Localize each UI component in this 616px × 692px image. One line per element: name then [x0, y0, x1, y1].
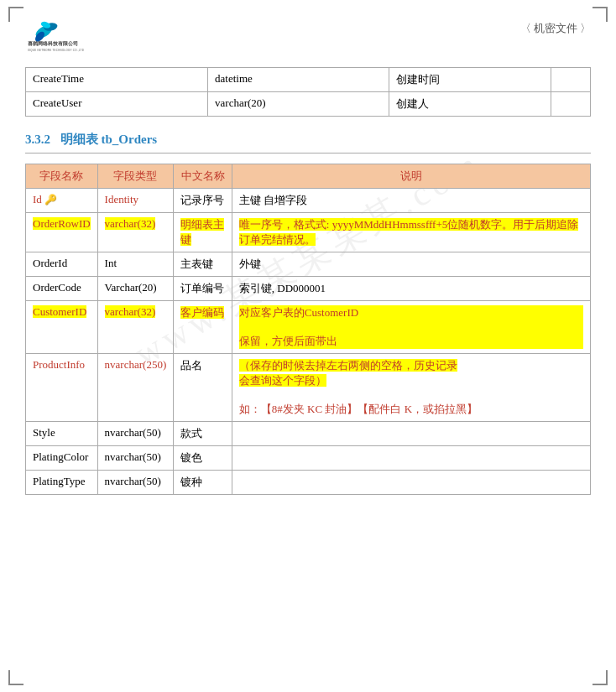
field-name: CreateTime [26, 68, 208, 92]
field-name: PlatingType [26, 471, 98, 495]
field-cn-name: 镀色 [174, 446, 232, 471]
field-cn-name: 记录序号 [174, 189, 232, 213]
field-type: nvarchar(50) [97, 471, 174, 495]
table-row: CreateUser varchar(20) 创建人 [26, 92, 591, 117]
field-type: nvarchar(50) [97, 422, 174, 446]
col-header-type: 字段类型 [97, 164, 174, 189]
field-type: varchar(20) [208, 92, 389, 117]
field-cn-name: 创建人 [389, 92, 551, 117]
table-row: PlatingColor nvarchar(50) 镀色 [26, 446, 591, 471]
field-name: Style [26, 422, 98, 446]
top-table: CreateTime datetime 创建时间 CreateUser varc… [25, 67, 591, 117]
field-note [232, 446, 590, 471]
field-cn-name: 款式 [174, 422, 232, 446]
section-heading: 3.3.2 明细表 tb_Orders [25, 132, 591, 153]
table-row: Style nvarchar(50) 款式 [26, 422, 591, 446]
table-row: CustomerID varchar(32) 客户编码 对应客户表的Custom… [26, 301, 591, 354]
field-name: OrderCode [26, 277, 98, 301]
svg-text:XIQUE NETWORK TECHNOLOGY CO.,L: XIQUE NETWORK TECHNOLOGY CO.,LTD [28, 49, 84, 52]
field-type: Identity [97, 189, 174, 213]
table-row: ProductInfo nvarchar(250) 品名 （保存的时候去掉左右两… [26, 354, 591, 422]
field-cn-name: 主表键 [174, 252, 232, 277]
field-cn-name: 创建时间 [389, 68, 551, 92]
field-name: OrderId [26, 252, 98, 277]
field-note: 主键 自增字段 [232, 189, 590, 213]
field-type: nvarchar(250) [97, 354, 174, 422]
table-row: Id 🔑 Identity 记录序号 主键 自增字段 [26, 189, 591, 213]
field-note: 索引键, DD000001 [232, 277, 590, 301]
field-name: PlatingColor [26, 446, 98, 471]
field-name: OrderRowID [26, 213, 98, 252]
section-label: 明细表 tb_Orders [60, 133, 157, 146]
field-type: nvarchar(50) [97, 446, 174, 471]
corner-decoration-br [593, 670, 608, 685]
logo-area: 喜鹊网络科技有限公司 XIQUE NETWORK TECHNOLOGY CO.,… [25, 13, 84, 59]
col-header-cn: 中文名称 [174, 164, 232, 189]
field-note [551, 68, 590, 92]
field-type: varchar(32) [97, 213, 174, 252]
confidential-label: 〈 机密文件 〉 [520, 13, 592, 36]
field-type: Varchar(20) [97, 277, 174, 301]
field-cn-name: 品名 [174, 354, 232, 422]
field-cn-name: 明细表主键 [174, 213, 232, 252]
table-row: CreateTime datetime 创建时间 [26, 68, 591, 92]
field-type: datetime [208, 68, 389, 92]
field-note [551, 92, 590, 117]
table-row: OrderCode Varchar(20) 订单编号 索引键, DD000001 [26, 277, 591, 301]
svg-text:喜鹊网络科技有限公司: 喜鹊网络科技有限公司 [28, 40, 78, 46]
field-cn-name: 订单编号 [174, 277, 232, 301]
table-row: OrderId Int 主表键 外键 [26, 252, 591, 277]
page-header: 喜鹊网络科技有限公司 XIQUE NETWORK TECHNOLOGY CO.,… [25, 8, 591, 59]
main-table: 字段名称 字段类型 中文名称 说明 Id 🔑 Identity 记录序号 主键 … [25, 164, 591, 495]
field-cn-name: 镀种 [174, 471, 232, 495]
field-note [232, 422, 590, 446]
col-header-note: 说明 [232, 164, 590, 189]
field-name: ProductInfo [26, 354, 98, 422]
field-note [232, 471, 590, 495]
corner-decoration-bl [8, 670, 23, 685]
field-cn-name: 客户编码 [174, 301, 232, 354]
field-note: （保存的时候去掉左右两侧的空格，历史记录 会查询这个字段） 如：【8#发夹 KC… [232, 354, 590, 422]
table-row: OrderRowID varchar(32) 明细表主键 唯一序号，格式式: y… [26, 213, 591, 252]
field-name: CreateUser [26, 92, 208, 117]
table-header-row: 字段名称 字段类型 中文名称 说明 [26, 164, 591, 189]
field-name: CustomerID [26, 301, 98, 354]
field-note: 唯一序号，格式式: yyyyMMddHHmmssfff+5位随机数字。用于后期追… [232, 213, 590, 252]
field-note: 外键 [232, 252, 590, 277]
section-number: 3.3.2 [25, 133, 50, 146]
field-name: Id 🔑 [26, 189, 98, 213]
col-header-field: 字段名称 [26, 164, 98, 189]
field-type: varchar(32) [97, 301, 174, 354]
field-type: Int [97, 252, 174, 277]
company-logo: 喜鹊网络科技有限公司 XIQUE NETWORK TECHNOLOGY CO.,… [25, 13, 84, 59]
table-row: PlatingType nvarchar(50) 镀种 [26, 471, 591, 495]
field-note: 对应客户表的CustomerID 保留，方便后面带出 [232, 301, 590, 354]
